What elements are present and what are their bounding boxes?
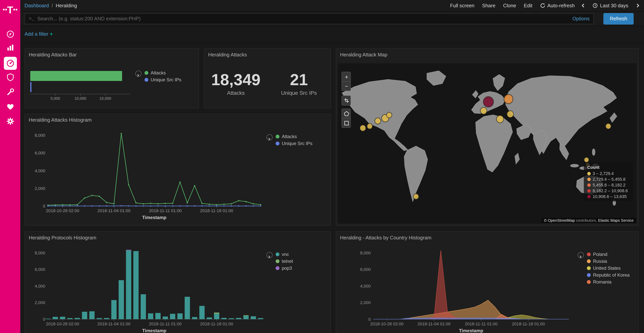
refresh-button[interactable]: Refresh [603, 13, 634, 24]
query-options-link[interactable]: Options [572, 16, 590, 22]
crop-icon [344, 98, 349, 103]
svg-text:2018-10-28 02:00: 2018-10-28 02:00 [370, 321, 404, 326]
sidebar-item-security[interactable] [0, 71, 20, 84]
auto-refresh-button[interactable]: Auto-refresh [540, 3, 574, 9]
metric-label: Attacks [227, 90, 245, 96]
elastic-maps-service-link[interactable]: Elastic Maps Service [598, 218, 634, 222]
svg-text:2018-11-18 01:00: 2018-11-18 01:00 [200, 208, 233, 213]
metric-label: Unique Src IPs [281, 90, 317, 96]
protocols-histogram-chart[interactable]: 02,0004,0006,0008,0002018-10-28 02:00201… [28, 245, 264, 333]
legend-item[interactable]: 2,729.4 – 5,455.8 [587, 177, 630, 181]
panel-title: Heralding Attacks Bar [29, 52, 77, 58]
attacks-metric: 18,349 Attacks [204, 60, 268, 108]
legend-item[interactable]: Poland [587, 252, 630, 257]
zoom-out-button[interactable]: − [342, 81, 351, 91]
wrench-icon [6, 88, 14, 96]
legend-item[interactable]: 10,908.6 – 13,635 [587, 194, 630, 199]
legend-item[interactable]: United States [587, 265, 630, 271]
telekom-logo[interactable]: T [0, 3, 20, 17]
chevron-left-icon [582, 4, 586, 8]
crop-tool-button[interactable] [342, 96, 351, 105]
svg-text:2018-11-11 01:00: 2018-11-11 01:00 [465, 321, 498, 326]
full-screen-button[interactable]: Full screen [450, 3, 474, 9]
svg-text:6,000: 6,000 [360, 267, 371, 272]
breadcrumb-dashboard-link[interactable]: Dashboard [24, 3, 49, 9]
chart-legend: AttacksUnique Src IPs [266, 134, 312, 146]
clock-icon [593, 3, 598, 8]
draw-rectangle-button[interactable] [342, 118, 351, 127]
legend-color-dot [587, 177, 591, 181]
legend-color-dot [587, 195, 591, 198]
svg-text:2018-11-18 01:00: 2018-11-18 01:00 [512, 321, 545, 326]
gear-icon [6, 117, 14, 125]
time-forward-button[interactable] [636, 4, 639, 7]
share-button[interactable]: Share [482, 3, 495, 9]
polygon-icon [344, 111, 349, 116]
legend-color-dot [276, 259, 280, 263]
svg-text:8,000: 8,000 [360, 250, 371, 255]
chevron-right-icon [579, 255, 582, 258]
legend-item[interactable]: Russia [587, 259, 630, 264]
zoom-in-button[interactable]: + [342, 72, 351, 81]
legend-item[interactable]: Unique Src IPs [276, 141, 312, 146]
unique-src-ips-metric: 21 Unique Src IPs [268, 60, 330, 108]
country-histogram-chart[interactable]: 02,0004,0006,0008,0002018-10-28 02:00201… [354, 245, 572, 333]
search-box[interactable]: >_ Options [24, 13, 594, 24]
legend-item[interactable]: Attacks [144, 70, 181, 76]
chart-legend: vnctelnetpop3 [266, 252, 293, 271]
legend-item[interactable]: Attacks [276, 134, 312, 139]
map-canvas[interactable]: + − [338, 63, 637, 224]
svg-text:4,000: 4,000 [35, 284, 45, 288]
sidebar-item-monitoring[interactable] [0, 100, 20, 113]
attacks-bar-chart[interactable]: 5,00010,00015,000 [28, 66, 137, 104]
legend-color-dot [587, 252, 591, 256]
legend-title: Count [587, 165, 630, 170]
legend-color-dot [587, 189, 591, 192]
sidebar-item-management[interactable] [0, 115, 20, 128]
sidebar-item-dashboard[interactable] [0, 57, 20, 70]
svg-text:2018-11-11 01:00: 2018-11-11 01:00 [149, 321, 182, 326]
legend-item[interactable]: vnc [276, 252, 293, 257]
filter-bar: Add a filter+ [20, 26, 644, 43]
attacks-histogram-chart[interactable]: 02,0004,0006,0008,0002018-10-28 02:00201… [28, 128, 264, 224]
time-range-picker[interactable]: Last 30 days [593, 3, 628, 9]
svg-text:Timestamp: Timestamp [142, 215, 166, 220]
svg-text:Timestamp: Timestamp [142, 328, 166, 333]
legend-color-dot [587, 273, 591, 277]
legend-item[interactable]: Romania [587, 279, 630, 285]
clone-button[interactable]: Clone [503, 3, 516, 9]
add-filter-link[interactable]: Add a filter+ [24, 31, 53, 37]
legend-item[interactable]: 3 – 2,729.4 [587, 171, 630, 176]
legend-item[interactable]: Republic of Korea [587, 272, 630, 278]
svg-text:2,000: 2,000 [360, 300, 371, 305]
chart-legend: PolandRussiaUnited StatesRepublic of Kor… [578, 252, 630, 285]
legend-expand-button[interactable] [266, 134, 272, 140]
time-back-button[interactable] [582, 4, 585, 7]
legend-item[interactable]: 5,455.8 – 8,182.2 [587, 183, 630, 187]
svg-text:0: 0 [43, 204, 45, 208]
openstreetmap-link[interactable]: © OpenStreetMap [544, 218, 575, 222]
legend-item[interactable]: Unique Src IPs [144, 77, 181, 83]
legend-expand-button[interactable] [135, 71, 142, 77]
heartbeat-icon [6, 102, 14, 111]
sidebar-item-visualize[interactable] [0, 41, 20, 54]
legend-item[interactable]: 8,182.2 – 10,908.6 [587, 188, 630, 193]
legend-color-dot [587, 172, 591, 175]
legend-expand-button[interactable] [578, 252, 584, 258]
edit-button[interactable]: Edit [524, 3, 532, 9]
svg-text:2018-10-28 02:00: 2018-10-28 02:00 [46, 321, 79, 326]
panel-title: Heralding Attack Map [340, 52, 387, 58]
legend-item[interactable]: telnet [276, 259, 293, 264]
draw-polygon-button[interactable] [342, 109, 351, 118]
sidebar-item-dev-tools[interactable] [0, 86, 20, 99]
logo-dot [3, 9, 4, 10]
panel-attacks-bar: Heralding Attacks Bar 5,00010,00015,000 … [24, 48, 199, 108]
chart-legend: AttacksUnique Src IPs [135, 70, 181, 83]
bar-chart-icon [6, 43, 14, 52]
legend-item[interactable]: pop3 [276, 265, 293, 271]
legend-expand-button[interactable] [266, 252, 272, 258]
sidebar-item-discover[interactable] [0, 28, 20, 41]
panel-title: Heralding - Attacks by Country Histogram [340, 235, 432, 240]
search-input[interactable] [38, 16, 569, 22]
top-navbar: Dashboard / Heralding Full screen Share … [20, 0, 644, 12]
